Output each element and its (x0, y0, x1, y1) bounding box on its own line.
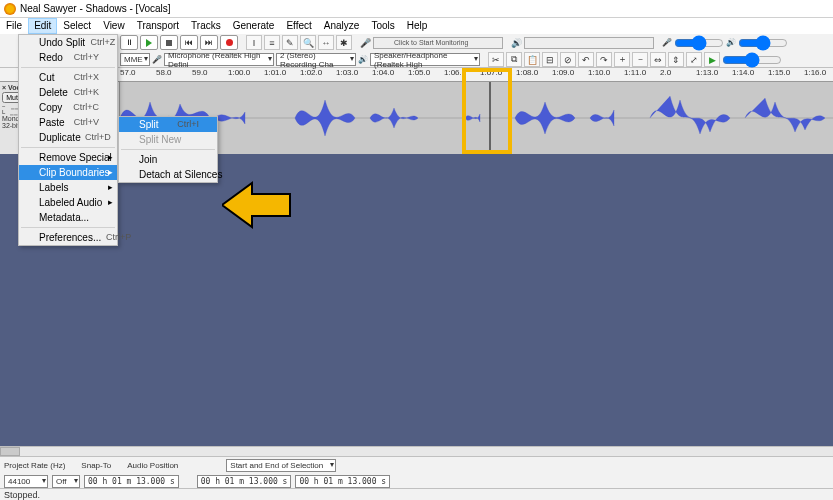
recording-channels-combo[interactable]: 2 (Stereo) Recording Cha (276, 53, 356, 66)
copy-button[interactable]: ⧉ (506, 52, 522, 67)
cut-button[interactable]: ✂ (488, 52, 504, 67)
toolbar: I ≡ ✎ 🔍 ↔ ✱ 🎤 Click to Start Monitoring … (0, 34, 833, 68)
menu-item-undo-split[interactable]: Undo SplitCtrl+Z (19, 35, 117, 50)
window-title: Neal Sawyer - Shadows - [Vocals] (20, 3, 171, 14)
timeline-tick: 58.0 (156, 68, 192, 81)
menu-transport[interactable]: Transport (131, 18, 185, 34)
selection-tool[interactable]: I (246, 35, 262, 50)
timeline-tick: 1:16.0 (804, 68, 833, 81)
mic-icon: 🎤 (152, 55, 162, 64)
menu-item-remove-special[interactable]: Remove Special (19, 150, 117, 165)
app-icon (4, 3, 16, 15)
rec-meter-icon: 🎤 (360, 38, 371, 48)
paste-button[interactable]: 📋 (524, 52, 540, 67)
draw-tool[interactable]: ✎ (282, 35, 298, 50)
menu-item-delete[interactable]: DeleteCtrl+K (19, 85, 117, 100)
menu-select[interactable]: Select (57, 18, 97, 34)
menu-item-split[interactable]: SplitCtrl+I (119, 117, 217, 132)
silence-button[interactable]: ⊘ (560, 52, 576, 67)
timeline-tick: 2.0 (660, 68, 696, 81)
fit-project-button[interactable]: ⇕ (668, 52, 684, 67)
selection-start-field[interactable]: 00 h 01 m 13.000 s (197, 475, 292, 488)
titlebar: Neal Sawyer - Shadows - [Vocals] (0, 0, 833, 18)
timeline-tick: 1:07.0 (480, 68, 516, 81)
playback-volume-slider[interactable] (738, 38, 788, 48)
menu-analyze[interactable]: Analyze (318, 18, 366, 34)
multi-tool[interactable]: ✱ (336, 35, 352, 50)
stop-button[interactable] (160, 35, 178, 50)
horizontal-scrollbar[interactable] (0, 446, 833, 456)
timeline-tick: 1:11.0 (624, 68, 660, 81)
snap-to-combo[interactable]: Off (52, 475, 80, 488)
menu-item-labeled-audio[interactable]: Labeled Audio (19, 195, 117, 210)
timeline-tick: 1:02.0 (300, 68, 336, 81)
project-rate-combo[interactable]: 44100 (4, 475, 48, 488)
selection-format-combo[interactable]: Start and End of Selection (226, 459, 336, 472)
menu-item-redo[interactable]: RedoCtrl+Y (19, 50, 117, 65)
playback-device-combo[interactable]: Speaker/Headphone (Realtek High (370, 53, 480, 66)
menu-item-cut[interactable]: CutCtrl+X (19, 70, 117, 85)
menu-item-metadata-[interactable]: Metadata... (19, 210, 117, 225)
fit-selection-button[interactable]: ⇔ (650, 52, 666, 67)
menu-item-detach-at-silences[interactable]: Detach at Silences (119, 167, 217, 182)
selection-toolbar: Project Rate (Hz) Snap-To Audio Position… (0, 456, 833, 488)
timeline-tick: 1:06.0 (444, 68, 480, 81)
menu-item-labels[interactable]: Labels (19, 180, 117, 195)
menu-tools[interactable]: Tools (365, 18, 400, 34)
play-at-speed-button[interactable]: ▶ (704, 52, 720, 67)
menu-generate[interactable]: Generate (227, 18, 281, 34)
zoom-in-button[interactable]: ＋ (614, 52, 630, 67)
trim-button[interactable]: ⊟ (542, 52, 558, 67)
timeshift-tool[interactable]: ↔ (318, 35, 334, 50)
playback-speed-slider[interactable] (722, 55, 782, 65)
menu-item-clip-boundaries[interactable]: Clip Boundaries (19, 165, 117, 180)
menu-tracks[interactable]: Tracks (185, 18, 227, 34)
timeline-tick: 1:14.0 (732, 68, 768, 81)
menu-item-paste[interactable]: PasteCtrl+V (19, 115, 117, 130)
zoom-out-button[interactable]: － (632, 52, 648, 67)
timeline-ruler[interactable]: 57.058.059.01:00.01:01.01:02.01:03.01:04… (0, 68, 833, 82)
menu-item-join[interactable]: Join (119, 152, 217, 167)
redo-button[interactable]: ↷ (596, 52, 612, 67)
speaker-icon: 🔊 (358, 55, 368, 64)
mic-vol-icon: 🎤 (662, 38, 672, 47)
menu-effect[interactable]: Effect (280, 18, 317, 34)
menu-help[interactable]: Help (401, 18, 434, 34)
menu-file[interactable]: File (0, 18, 28, 34)
envelope-tool[interactable]: ≡ (264, 35, 280, 50)
audio-host-combo[interactable]: MME (120, 53, 150, 66)
play-meter-icon: 🔊 (511, 38, 522, 48)
menu-item-duplicate[interactable]: DuplicateCtrl+D (19, 130, 117, 145)
menu-edit[interactable]: Edit (28, 18, 57, 34)
edit-menu-dropdown[interactable]: Undo SplitCtrl+ZRedoCtrl+YCutCtrl+XDelet… (18, 34, 118, 246)
play-button[interactable] (140, 35, 158, 50)
menubar[interactable]: FileEditSelectViewTransportTracksGenerat… (0, 18, 833, 34)
waveform-canvas[interactable] (120, 82, 833, 154)
record-button[interactable] (220, 35, 238, 50)
selection-end-field[interactable]: 00 h 01 m 13.000 s (295, 475, 390, 488)
recording-meter[interactable]: Click to Start Monitoring (373, 37, 503, 49)
undo-button[interactable]: ↶ (578, 52, 594, 67)
menu-item-preferences-[interactable]: Preferences...Ctrl+P (19, 230, 117, 245)
skip-end-button[interactable] (200, 35, 218, 50)
playback-meter[interactable] (524, 37, 654, 49)
meter-hint: Click to Start Monitoring (394, 39, 468, 46)
timeline-tick: 1:09.0 (552, 68, 588, 81)
timeline-tick: 57.0 (120, 68, 156, 81)
pause-button[interactable] (120, 35, 138, 50)
recording-device-combo[interactable]: Microphone (Realtek High Defini (164, 53, 274, 66)
menu-item-copy[interactable]: CopyCtrl+C (19, 100, 117, 115)
audio-position-field[interactable]: 00 h 01 m 13.000 s (84, 475, 179, 488)
menu-item-split-new: Split New (119, 132, 217, 147)
clip-boundaries-submenu[interactable]: SplitCtrl+ISplit NewJoinDetach at Silenc… (118, 116, 218, 183)
zoom-tool[interactable]: 🔍 (300, 35, 316, 50)
timeline-tick: 1:15.0 (768, 68, 804, 81)
project-rate-label: Project Rate (Hz) (4, 461, 65, 470)
skip-start-button[interactable] (180, 35, 198, 50)
zoom-toggle-button[interactable]: ⤢ (686, 52, 702, 67)
recording-volume-slider[interactable] (674, 38, 724, 48)
timeline-tick: 1:04.0 (372, 68, 408, 81)
menu-view[interactable]: View (97, 18, 131, 34)
spk-vol-icon: 🔊 (726, 38, 736, 47)
timeline-tick: 1:01.0 (264, 68, 300, 81)
